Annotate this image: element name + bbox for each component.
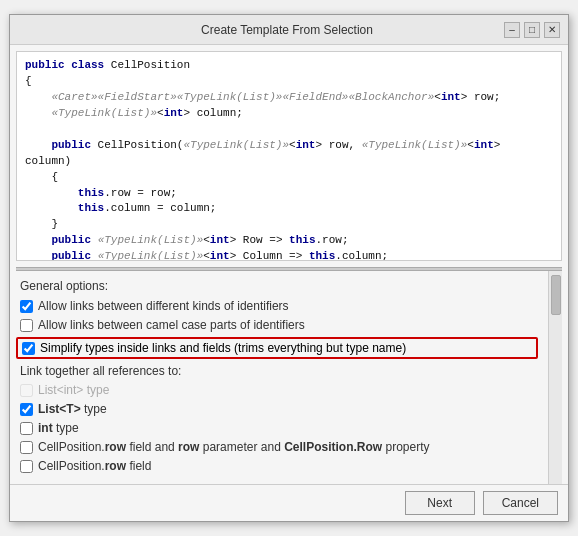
checkbox-list-int[interactable] (20, 384, 33, 397)
link-checkbox-row-list-t: List<T> type (20, 402, 538, 416)
cancel-button[interactable]: Cancel (483, 491, 558, 515)
checkbox-camel-case[interactable] (20, 319, 33, 332)
checkbox-row-links-kinds: Allow links between different kinds of i… (20, 299, 538, 313)
link-checkbox-row-list-int: List<int> type (20, 383, 538, 397)
dialog-footer: Next Cancel (10, 484, 568, 521)
options-wrapper: General options: Allow links between dif… (10, 271, 548, 484)
checkbox-int-label: int type (38, 421, 79, 435)
close-button[interactable]: ✕ (544, 22, 560, 38)
checkbox-links-kinds[interactable] (20, 300, 33, 313)
checkbox-row-camel-case: Allow links between camel case parts of … (20, 318, 538, 332)
link-checkbox-row-row-field: CellPosition.row field and row parameter… (20, 440, 538, 454)
checkbox-simplify-types[interactable] (22, 342, 35, 355)
checkbox-row-field-param-label: CellPosition.row field and row parameter… (38, 440, 430, 454)
checkbox-row-field-param[interactable] (20, 441, 33, 454)
create-template-dialog: Create Template From Selection – □ ✕ pub… (9, 14, 569, 522)
options-scroll-area: General options: Allow links between dif… (10, 271, 568, 484)
code-preview: public class CellPosition { «Caret»«Fiel… (16, 51, 562, 261)
next-button[interactable]: Next (405, 491, 475, 515)
window-controls: – □ ✕ (504, 22, 560, 38)
checkbox-links-kinds-label: Allow links between different kinds of i… (38, 299, 289, 313)
restore-button[interactable]: □ (524, 22, 540, 38)
checkbox-simplify-types-label: Simplify types inside links and fields (… (40, 341, 406, 355)
scrollbar-track[interactable] (548, 271, 562, 484)
checkbox-camel-case-label: Allow links between camel case parts of … (38, 318, 305, 332)
checkbox-list-t[interactable] (20, 403, 33, 416)
minimize-button[interactable]: – (504, 22, 520, 38)
title-bar: Create Template From Selection – □ ✕ (10, 15, 568, 45)
checkbox-list-int-label: List<int> type (38, 383, 109, 397)
general-options-label: General options: (20, 279, 538, 293)
options-panel: General options: Allow links between dif… (10, 271, 548, 484)
link-checkbox-row-cellposition-row: CellPosition.row field (20, 459, 538, 473)
checkbox-row-simplify-highlighted: Simplify types inside links and fields (… (16, 337, 538, 359)
scrollbar-thumb[interactable] (551, 275, 561, 315)
checkbox-list-t-label: List<T> type (38, 402, 107, 416)
link-section-label: Link together all references to: (20, 364, 538, 378)
dialog-title: Create Template From Selection (70, 23, 504, 37)
checkbox-int-type[interactable] (20, 422, 33, 435)
checkbox-cellposition-row[interactable] (20, 460, 33, 473)
link-checkbox-row-int: int type (20, 421, 538, 435)
checkbox-cellposition-row-label: CellPosition.row field (38, 459, 151, 473)
